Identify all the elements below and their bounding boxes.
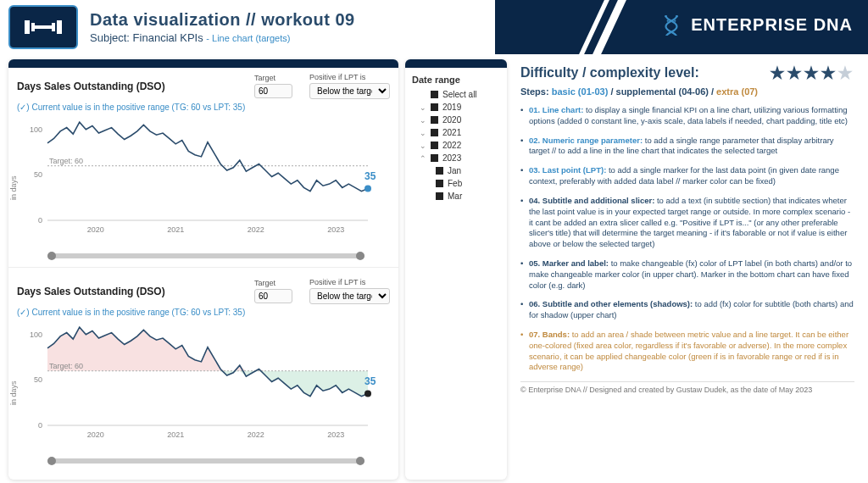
slicer-year-2021[interactable]: ⌄2021 — [412, 126, 500, 139]
svg-text:2020: 2020 — [87, 225, 104, 234]
slicer-year-2022[interactable]: ⌄2022 — [412, 139, 500, 152]
chart-dso-lower: Days Sales Outstanding (DSO) Target Posi… — [8, 273, 398, 467]
charts-panel: Days Sales Outstanding (DSO) Target Posi… — [8, 59, 398, 480]
slicer-year-2023[interactable]: ⌃2023 — [412, 152, 500, 164]
chart1-subtitle: (✓) Current value is in the positive ran… — [17, 103, 390, 112]
chart2-range-slider[interactable] — [47, 458, 364, 464]
svg-point-7 — [667, 20, 669, 22]
slicer-month-feb[interactable]: Feb — [412, 177, 500, 190]
slicer-month-jan[interactable]: Jan — [412, 164, 500, 177]
steps-legend: Steps: basic (01-03) / supplemental (04-… — [520, 86, 854, 97]
slicer-month-mar[interactable]: Mar — [412, 190, 500, 203]
copyright-footer: © Enterprise DNA // Designed and created… — [520, 381, 854, 394]
dna-icon — [660, 14, 682, 36]
svg-text:2021: 2021 — [167, 430, 184, 439]
chart1-svg: 050100Target: 60352020202120222023 — [17, 112, 390, 239]
chart-dso-upper: Days Sales Outstanding (DSO) Target Posi… — [8, 68, 398, 262]
difficulty-label: Difficulty / complexity level: — [520, 65, 699, 80]
svg-text:100: 100 — [30, 125, 42, 134]
svg-text:2020: 2020 — [87, 430, 104, 439]
svg-rect-4 — [35, 25, 52, 29]
svg-text:2022: 2022 — [248, 225, 264, 234]
svg-rect-1 — [31, 23, 35, 31]
svg-rect-2 — [52, 23, 55, 31]
svg-text:0: 0 — [38, 216, 42, 225]
chart2-ylabel: in days — [9, 380, 18, 405]
svg-text:50: 50 — [34, 375, 42, 384]
difficulty-stars: ★★★★★ — [770, 63, 854, 83]
slicer-select-all[interactable]: Select all — [412, 88, 500, 101]
svg-rect-0 — [25, 20, 30, 34]
info-panel: Difficulty / complexity level: ★★★★★ Ste… — [515, 59, 860, 480]
svg-text:2023: 2023 — [327, 430, 344, 439]
target-input-2[interactable] — [254, 289, 292, 303]
chart2-subtitle: (✓) Current value is in the positive ran… — [17, 308, 390, 317]
positive-if-label: Positive if LPT is — [309, 278, 390, 286]
svg-text:2022: 2022 — [248, 430, 264, 439]
target-label: Target — [254, 279, 292, 287]
chart1-title: Days Sales Outstanding (DSO) — [17, 80, 237, 92]
slicer-year-2020[interactable]: ⌄2020 — [412, 114, 500, 126]
page-subtitle: Subject: Financial KPIs - Line chart (ta… — [90, 31, 355, 44]
svg-text:100: 100 — [30, 330, 42, 339]
positive-if-label: Positive if LPT is — [309, 73, 390, 81]
svg-point-27 — [364, 390, 371, 397]
steps-list: 01. Line chart: to display a single fina… — [520, 105, 854, 373]
svg-text:35: 35 — [364, 375, 376, 387]
svg-text:Target: 60: Target: 60 — [49, 362, 83, 370]
svg-point-6 — [676, 15, 678, 18]
svg-text:Target: 60: Target: 60 — [49, 157, 83, 165]
slicer-year-2019[interactable]: ⌄2019 — [412, 101, 500, 114]
target-input[interactable] — [254, 84, 292, 98]
svg-text:2021: 2021 — [167, 225, 184, 234]
chart1-range-slider[interactable] — [47, 253, 364, 258]
positive-if-select[interactable]: Below the target — [309, 83, 390, 99]
date-range-slicer: Date range Select all ⌄2019⌄2020⌄2021⌄20… — [405, 59, 507, 480]
chart2-svg: 050100Target: 60352020202120222023 — [17, 317, 390, 444]
svg-text:35: 35 — [364, 170, 376, 182]
slicer-title: Date range — [412, 75, 500, 85]
page-title: Data visualization // workout 09 — [90, 10, 355, 30]
positive-if-select-2[interactable]: Below the target — [309, 288, 390, 304]
svg-rect-3 — [57, 20, 62, 34]
svg-text:2023: 2023 — [327, 225, 344, 234]
app-header: Data visualization // workout 09 Subject… — [0, 0, 868, 54]
svg-point-15 — [364, 185, 371, 192]
workout-icon — [8, 5, 78, 49]
chart1-ylabel: in days — [9, 175, 18, 200]
brand-logo: ENTERPRISE DNA — [660, 14, 853, 36]
svg-text:0: 0 — [38, 421, 42, 430]
target-label: Target — [254, 74, 292, 82]
svg-point-5 — [665, 15, 667, 18]
chart2-title: Days Sales Outstanding (DSO) — [17, 286, 237, 297]
svg-point-8 — [675, 20, 676, 22]
svg-text:50: 50 — [34, 170, 42, 179]
